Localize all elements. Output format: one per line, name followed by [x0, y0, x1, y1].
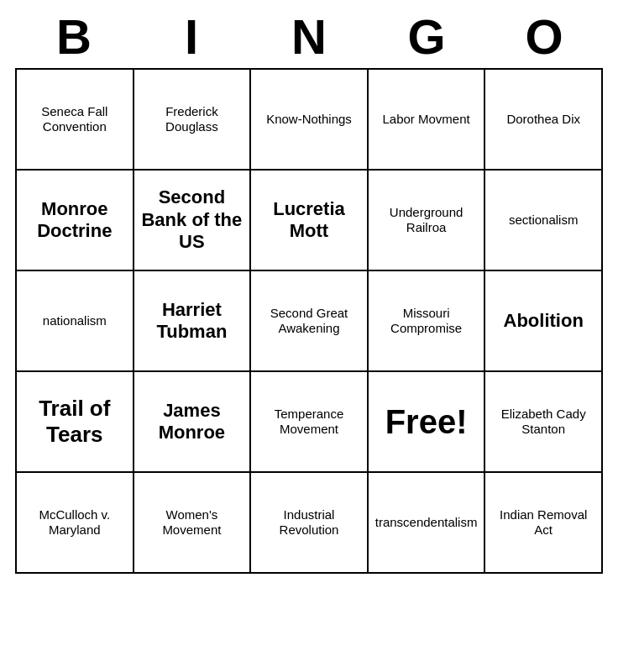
bingo-letter-n: N [254, 8, 364, 65]
bingo-cell-11: Harriet Tubman [134, 271, 252, 372]
bingo-cell-18: Free! [369, 372, 486, 473]
bingo-cell-16: James Monroe [134, 372, 252, 473]
cell-text-13: Missouri Compromise [374, 306, 479, 336]
cell-text-22: Industrial Revolution [256, 507, 362, 538]
bingo-header: BINGO [15, 8, 603, 65]
cell-text-6: Second Bank of the US [139, 186, 245, 253]
bingo-cell-14: Abolition [485, 271, 603, 372]
cell-text-1: Frederick Douglass [139, 104, 245, 134]
bingo-cell-20: McCulloch v. Maryland [17, 473, 134, 574]
bingo-cell-1: Frederick Douglass [134, 70, 252, 171]
bingo-cell-5: Monroe Doctrine [17, 171, 134, 271]
bingo-cell-4: Dorothea Dix [485, 70, 603, 171]
bingo-cell-23: transcendentalism [369, 473, 486, 574]
cell-text-5: Monroe Doctrine [22, 198, 128, 243]
bingo-cell-22: Industrial Revolution [251, 473, 369, 574]
bingo-cell-8: Underground Railroa [369, 171, 486, 271]
cell-text-17: Temperance Movement [256, 407, 362, 437]
cell-text-4: Dorothea Dix [506, 112, 580, 127]
bingo-cell-24: Indian Removal Act [485, 473, 603, 574]
bingo-cell-12: Second Great Awakening [251, 271, 369, 372]
cell-text-24: Indian Removal Act [490, 507, 596, 538]
cell-text-9: sectionalism [509, 213, 579, 228]
cell-text-3: Labor Movment [382, 112, 469, 127]
cell-text-16: James Monroe [139, 400, 245, 444]
cell-text-7: Lucretia Mott [256, 198, 362, 243]
bingo-cell-10: nationalism [17, 271, 134, 372]
cell-text-8: Underground Railroa [374, 205, 479, 235]
cell-text-2: Know-Nothings [266, 112, 352, 127]
bingo-cell-2: Know-Nothings [251, 70, 369, 171]
cell-text-18: Free! [385, 402, 468, 442]
bingo-cell-3: Labor Movment [369, 70, 486, 171]
bingo-grid: Seneca Fall ConventionFrederick Douglass… [15, 68, 603, 574]
bingo-cell-7: Lucretia Mott [251, 171, 369, 271]
bingo-cell-0: Seneca Fall Convention [17, 70, 134, 171]
cell-text-23: transcendentalism [375, 515, 478, 530]
cell-text-20: McCulloch v. Maryland [22, 507, 128, 538]
bingo-cell-21: Women's Movement [134, 473, 252, 574]
bingo-cell-19: Elizabeth Cady Stanton [485, 372, 603, 473]
bingo-cell-6: Second Bank of the US [134, 171, 252, 271]
bingo-cell-13: Missouri Compromise [369, 271, 486, 372]
bingo-letter-i: I [137, 8, 246, 65]
bingo-letter-b: B [19, 8, 128, 65]
bingo-cell-9: sectionalism [485, 171, 603, 271]
bingo-cell-17: Temperance Movement [251, 372, 369, 473]
bingo-letter-g: G [372, 8, 481, 65]
cell-text-14: Abolition [504, 310, 584, 332]
cell-text-12: Second Great Awakening [256, 306, 362, 336]
cell-text-19: Elizabeth Cady Stanton [490, 407, 596, 437]
cell-text-15: Trail of Tears [22, 396, 128, 448]
cell-text-21: Women's Movement [139, 507, 245, 538]
cell-text-11: Harriet Tubman [139, 299, 245, 344]
bingo-cell-15: Trail of Tears [17, 372, 134, 473]
bingo-letter-o: O [490, 8, 599, 65]
cell-text-10: nationalism [43, 313, 107, 328]
cell-text-0: Seneca Fall Convention [22, 104, 128, 134]
